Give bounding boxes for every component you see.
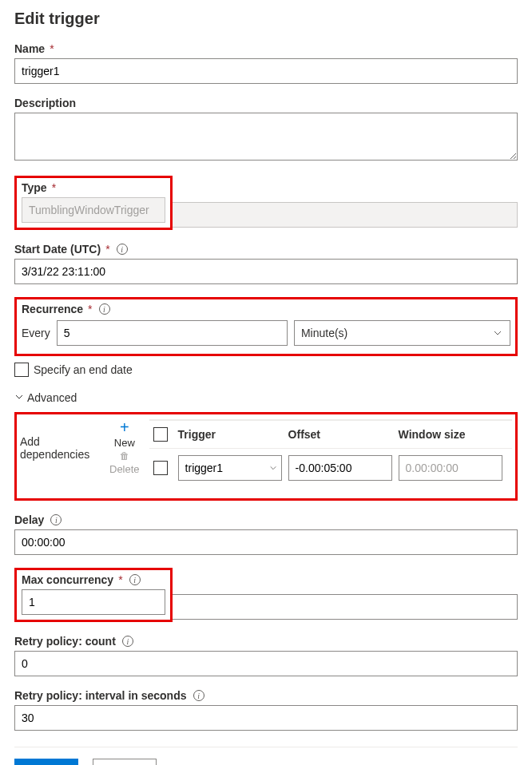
max-concurrency-label: Max concurrency: [22, 573, 113, 586]
info-icon[interactable]: i: [99, 303, 110, 315]
window-size-column-header: Window size: [399, 428, 502, 441]
chevron-down-icon: [14, 391, 24, 404]
delay-input[interactable]: [14, 529, 518, 555]
required-indicator: *: [50, 42, 54, 55]
start-date-input[interactable]: [14, 259, 518, 284]
required-indicator: *: [52, 181, 56, 194]
add-dependencies-label: Add dependencies: [20, 419, 100, 461]
delete-dependency-button[interactable]: Delete: [109, 463, 140, 475]
info-icon[interactable]: i: [122, 636, 133, 647]
type-label: Type: [22, 181, 47, 194]
specify-end-date-checkbox[interactable]: [14, 363, 29, 377]
name-input[interactable]: [14, 58, 518, 84]
info-icon[interactable]: i: [50, 514, 62, 525]
page-title: Edit trigger: [14, 10, 518, 28]
required-indicator: *: [118, 573, 122, 586]
offset-column-header: Offset: [288, 428, 392, 441]
info-icon[interactable]: i: [117, 244, 128, 255]
advanced-toggle[interactable]: Advanced: [14, 391, 518, 404]
dependency-offset-input[interactable]: [288, 455, 392, 481]
retry-interval-label: Retry policy: interval in seconds: [14, 689, 187, 702]
trigger-column-header: Trigger: [178, 428, 282, 441]
ok-button[interactable]: OK: [14, 759, 78, 765]
info-icon[interactable]: i: [193, 690, 204, 701]
description-textarea[interactable]: [14, 113, 518, 161]
new-dependency-button[interactable]: New: [114, 437, 135, 449]
max-concurrency-input[interactable]: [22, 589, 165, 615]
row-checkbox[interactable]: [153, 461, 168, 475]
dependency-trigger-value[interactable]: [178, 455, 282, 481]
retry-interval-input[interactable]: [14, 705, 518, 731]
every-label: Every: [22, 327, 50, 339]
description-label: Description: [14, 97, 76, 109]
dependency-window-size-input[interactable]: [399, 455, 502, 481]
type-input: [22, 197, 165, 223]
retry-count-label: Retry policy: count: [14, 635, 116, 648]
dependency-row: [149, 449, 512, 487]
specify-end-date-label: Specify an end date: [34, 363, 133, 376]
delay-label: Delay: [14, 513, 44, 526]
recurrence-unit-value: Minute(s): [301, 327, 347, 339]
select-all-checkbox[interactable]: [153, 427, 168, 442]
dependency-trigger-select[interactable]: [178, 455, 282, 481]
required-indicator: *: [105, 243, 109, 256]
required-indicator: *: [88, 303, 92, 315]
info-icon[interactable]: i: [129, 574, 141, 585]
trash-icon: 🗑: [120, 450, 129, 462]
recurrence-value-input[interactable]: [57, 320, 288, 346]
cancel-button[interactable]: Cancel: [93, 759, 157, 765]
retry-count-input[interactable]: [14, 651, 518, 676]
recurrence-unit-select[interactable]: Minute(s): [294, 320, 510, 346]
recurrence-label: Recurrence: [22, 303, 83, 315]
name-label: Name: [14, 42, 45, 55]
advanced-label: Advanced: [27, 391, 77, 404]
start-date-label: Start Date (UTC): [14, 243, 101, 256]
plus-icon[interactable]: +: [120, 419, 129, 435]
chevron-down-icon: [269, 462, 277, 474]
